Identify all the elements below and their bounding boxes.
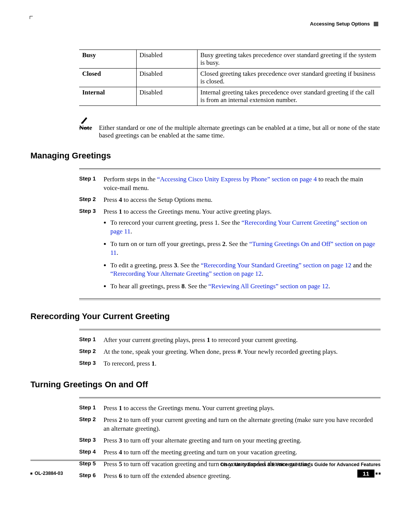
list-item: To turn on or turn off your greetings, p…: [110, 240, 381, 257]
text: To rerecord your current greeting, press…: [110, 219, 242, 226]
footer-guide-title: Cisco Unity Express 8.6 Voicemail User's…: [30, 460, 381, 467]
text: Press: [104, 437, 119, 444]
heading-managing-greetings: Managing Greetings: [30, 151, 381, 161]
page-footer: Cisco Unity Express 8.6 Voicemail User's…: [30, 459, 381, 478]
step-label: Step 1: [79, 404, 104, 411]
step-row: Step 3 Press 3 to turn off your alternat…: [79, 436, 381, 445]
text: . See the: [177, 262, 201, 269]
step-row: Step 2 At the tone, speak your greeting.…: [79, 348, 381, 356]
step-row: Step 1 Press 1 to access the Greetings m…: [79, 404, 381, 413]
key: 4: [119, 196, 122, 203]
key: 1: [207, 336, 210, 343]
greeting-desc: Internal greeting takes precedence over …: [197, 87, 381, 106]
text: to turn off the meeting greeting and tur…: [122, 449, 297, 456]
text: Press: [104, 449, 119, 456]
marker-icon: [376, 473, 378, 474]
footer-doc-number: OL-23884-03: [30, 471, 63, 476]
key: 1: [151, 360, 155, 367]
page-number: 11: [357, 470, 374, 478]
step-row: Step 1 After your current greeting plays…: [79, 336, 381, 345]
table-row: Busy Disabled Busy greeting takes preced…: [79, 50, 381, 69]
key: 3: [119, 437, 122, 444]
step-row: Step 4 Press 4 to turn off the meeting g…: [79, 448, 381, 457]
greeting-status: Disabled: [136, 69, 197, 87]
step-body: Press 1 to access the Greetings menu. Yo…: [104, 208, 381, 295]
text: to rerecord your current greeting.: [210, 336, 298, 343]
link-accessing-by-phone[interactable]: “Accessing Cisco Unity Express by Phone”…: [157, 176, 317, 183]
text: Press: [104, 416, 119, 423]
marker-icon: [379, 473, 381, 474]
section-rule: [79, 397, 381, 399]
greeting-name: Internal: [79, 87, 136, 106]
greeting-desc: Busy greeting takes precedence over stan…: [197, 50, 381, 69]
step-row: Step 3 To rerecord, press 1.: [79, 359, 381, 368]
text: to access the Greetings menu. Your activ…: [122, 208, 272, 215]
text: To edit a greeting, press: [110, 262, 174, 269]
section-rule: [79, 299, 381, 300]
step-body: Press 2 to turn off your current greetin…: [104, 416, 381, 433]
text: .: [262, 270, 263, 277]
step-row: Step 2 Press 4 to access the Setup Optio…: [79, 196, 381, 204]
text: To rerecord, press: [104, 360, 151, 367]
link-rerecord-standard[interactable]: “Rerecording Your Standard Greeting” sec…: [201, 262, 352, 269]
step-body: Press 4 to turn off the meeting greeting…: [104, 448, 381, 457]
step-label: Step 3: [79, 359, 104, 366]
step-body: Press 4 to access the Setup Options menu…: [104, 196, 381, 204]
step-label: Step 2: [79, 196, 104, 202]
text: . See the: [226, 240, 249, 248]
step-row: Step 2 Press 2 to turn off your current …: [79, 416, 381, 433]
text: . See the: [185, 283, 208, 290]
step-row: Step 3 Press 1 to access the Greetings m…: [79, 208, 381, 295]
key: 2: [222, 240, 226, 248]
bullet-icon: [30, 473, 32, 474]
greeting-status: Disabled: [136, 87, 197, 106]
text: . Your newly recorded greeting plays.: [241, 348, 338, 355]
text: To turn on or turn off your greetings, p…: [110, 240, 222, 248]
text: Press: [104, 196, 119, 203]
bullet-list: To rerecord your current greeting, press…: [110, 219, 381, 291]
step-label: Step 2: [79, 348, 104, 354]
list-item: To edit a greeting, press 3. See the “Re…: [110, 261, 381, 279]
key: 1: [119, 208, 122, 215]
greeting-name: Closed: [79, 69, 136, 87]
text: to turn off your alternate greeting and …: [122, 437, 301, 444]
heading-rerecording-current: Rerecording Your Current Greeting: [30, 312, 381, 321]
greeting-desc: Closed greeting takes precedence over st…: [197, 69, 381, 87]
text: and the: [351, 262, 372, 269]
section-rule: [79, 329, 381, 331]
heading-turning-on-off: Turning Greetings On and Off: [30, 380, 381, 390]
header-chapter-label: Accessing Setup Options: [310, 21, 370, 27]
link-rerecord-alternate[interactable]: “Rerecording Your Alternate Greeting” se…: [110, 270, 262, 277]
step-label: Step 2: [79, 416, 104, 422]
text: .: [328, 283, 330, 290]
greeting-status: Disabled: [136, 50, 197, 69]
text: .: [131, 228, 132, 235]
list-item: To hear all greetings, press 8. See the …: [110, 282, 381, 291]
step-body: After your current greeting plays, press…: [104, 336, 381, 345]
page-number-wrap: 11: [357, 470, 381, 478]
crop-mark: [30, 16, 33, 19]
step-body: Perform steps in the “Accessing Cisco Un…: [104, 175, 381, 193]
greetings-table: Busy Disabled Busy greeting takes preced…: [79, 50, 381, 106]
key: 1: [119, 404, 122, 412]
text: Press: [104, 208, 119, 215]
page-header: Accessing Setup Options: [310, 21, 378, 27]
table-row: Closed Disabled Closed greeting takes pr…: [79, 69, 381, 87]
header-marker-icon: [374, 22, 378, 26]
step-label: Step 3: [79, 436, 104, 443]
doc-number: OL-23884-03: [35, 471, 63, 476]
step-body: At the tone, speak your greeting. When d…: [104, 348, 381, 356]
step-body: Press 3 to turn off your alternate greet…: [104, 436, 381, 445]
text: .: [155, 360, 156, 367]
list-item: To rerecord your current greeting, press…: [110, 219, 381, 236]
key: 2: [119, 416, 122, 423]
table-row: Internal Disabled Internal greeting take…: [79, 87, 381, 106]
step-label: Step 1: [79, 175, 104, 182]
text: to turn off your current greeting and tu…: [104, 416, 373, 432]
link-reviewing-all[interactable]: “Reviewing All Greetings” section on pag…: [209, 283, 328, 290]
text: Perform steps in the: [104, 176, 157, 183]
step-row: Step 1 Perform steps in the “Accessing C…: [79, 175, 381, 193]
text: to access the Greetings menu. Your curre…: [122, 404, 274, 412]
section-rule: [79, 168, 381, 170]
note-text: Either standard or one of the multiple a…: [99, 117, 381, 139]
